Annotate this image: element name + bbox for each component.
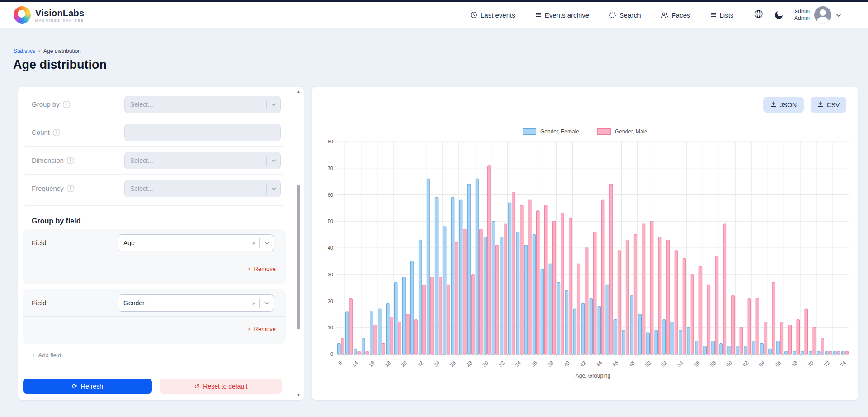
svg-text:26: 26 xyxy=(449,360,457,368)
svg-text:34: 34 xyxy=(514,360,522,368)
female-swatch xyxy=(523,128,536,135)
svg-text:Age, Grouping: Age, Grouping xyxy=(576,373,610,379)
avatar[interactable] xyxy=(814,6,831,24)
chevron-down-icon[interactable] xyxy=(267,103,280,106)
refresh-button[interactable]: ⟳ Refresh xyxy=(23,379,152,394)
nav-faces[interactable]: Faces xyxy=(661,11,690,19)
reset-to-default-button[interactable]: ↺ Reset to default xyxy=(160,379,282,394)
export-csv-button[interactable]: CSV xyxy=(811,97,846,113)
svg-text:56: 56 xyxy=(693,360,701,368)
nav-label: Events archive xyxy=(545,11,589,19)
svg-text:72: 72 xyxy=(823,360,830,368)
field-card-gender: Field Gender × × Remove xyxy=(23,289,286,344)
clear-icon[interactable]: × xyxy=(248,239,259,247)
svg-text:68: 68 xyxy=(790,360,798,368)
dark-mode-moon-icon[interactable] xyxy=(775,11,783,19)
svg-text:50: 50 xyxy=(328,218,333,224)
dimension-label: Dimension xyxy=(32,156,64,164)
legend-label: Gender, Male xyxy=(615,128,647,135)
dimension-select[interactable]: Select... xyxy=(124,152,281,169)
select-placeholder: Select... xyxy=(125,185,266,192)
language-globe-icon[interactable] xyxy=(754,9,763,20)
chevron-down-icon[interactable] xyxy=(836,11,841,19)
legend-item-male[interactable]: Gender, Male xyxy=(597,128,647,135)
nav-events-archive[interactable]: Events archive xyxy=(535,11,589,19)
panel-scrollbar[interactable]: ▲ ▼ xyxy=(297,90,301,398)
remove-x-icon: × xyxy=(248,326,251,332)
scrollbar-thumb[interactable] xyxy=(297,185,300,329)
nav-label: Last events xyxy=(481,11,515,19)
nav-label: Faces xyxy=(672,11,690,19)
svg-text:46: 46 xyxy=(612,360,619,368)
svg-text:54: 54 xyxy=(677,360,684,368)
svg-text:0: 0 xyxy=(330,351,333,357)
svg-text:52: 52 xyxy=(660,360,668,368)
breadcrumb-statistics[interactable]: Statistics xyxy=(14,48,35,54)
svg-text:40: 40 xyxy=(563,360,571,368)
page-title: Age distribution xyxy=(13,58,107,72)
user-menu[interactable]: admin Admin xyxy=(794,6,841,24)
chevron-down-icon[interactable] xyxy=(267,187,280,190)
count-row: Counti xyxy=(25,118,283,147)
remove-field-button[interactable]: × Remove xyxy=(248,265,276,272)
count-input[interactable] xyxy=(124,124,281,141)
count-label: Count xyxy=(32,128,50,136)
svg-text:24: 24 xyxy=(433,360,440,368)
refresh-icon: ⟳ xyxy=(72,383,77,390)
svg-text:60: 60 xyxy=(725,360,733,368)
svg-text:60: 60 xyxy=(328,192,333,198)
visionlabs-logo[interactable]: VisionLabs MACHINES CAN SEE xyxy=(14,6,84,24)
svg-text:48: 48 xyxy=(628,360,636,368)
clear-icon[interactable]: × xyxy=(248,299,259,307)
svg-text:70: 70 xyxy=(328,166,333,171)
export-json-button[interactable]: JSON xyxy=(763,97,804,113)
svg-text:20: 20 xyxy=(400,360,408,368)
svg-text:6: 6 xyxy=(337,360,343,366)
remove-field-button[interactable]: × Remove xyxy=(248,326,276,332)
svg-text:64: 64 xyxy=(758,360,765,368)
breadcrumb-current: Age distribution xyxy=(43,48,81,54)
svg-text:80: 80 xyxy=(328,139,333,144)
nav-lists[interactable]: Lists xyxy=(710,11,734,19)
nav-search[interactable]: Search xyxy=(609,11,641,19)
svg-text:74: 74 xyxy=(839,360,847,368)
svg-text:16: 16 xyxy=(368,360,375,368)
svg-text:38: 38 xyxy=(547,360,554,368)
chevron-down-icon[interactable] xyxy=(267,159,280,162)
group-by-select[interactable]: Select... xyxy=(124,96,281,113)
info-icon[interactable]: i xyxy=(53,129,60,136)
download-icon xyxy=(817,101,824,109)
age-distribution-chart: 0102030405060708061416182022242628303234… xyxy=(326,137,854,381)
nav-label: Search xyxy=(619,11,641,19)
field-label: Field xyxy=(32,239,47,246)
remove-label: Remove xyxy=(254,265,276,272)
scroll-down-arrow[interactable]: ▼ xyxy=(297,393,301,398)
info-icon[interactable]: i xyxy=(67,185,74,192)
field-select-gender[interactable]: Gender × xyxy=(118,294,274,312)
brand-tagline: MACHINES CAN SEE xyxy=(35,19,84,22)
info-icon[interactable]: i xyxy=(63,101,70,108)
group-by-label: Group by xyxy=(32,100,60,108)
main-nav: Last events Events archive Search Faces … xyxy=(470,2,733,28)
reset-label: Reset to default xyxy=(203,383,247,390)
chevron-down-icon[interactable] xyxy=(260,302,274,305)
scroll-up-arrow[interactable]: ▲ xyxy=(297,90,301,94)
user-role: Admin xyxy=(794,15,810,22)
info-icon[interactable]: i xyxy=(67,157,74,164)
group-by-field-heading: Group by field xyxy=(32,217,80,225)
field-card-age: Field Age × × Remove xyxy=(23,229,286,284)
dashed-circle-icon xyxy=(609,11,616,19)
svg-text:70: 70 xyxy=(807,360,814,368)
nav-last-events[interactable]: Last events xyxy=(470,11,515,19)
legend-item-female[interactable]: Gender, Female xyxy=(523,128,579,135)
export-json-label: JSON xyxy=(780,101,797,109)
clock-icon xyxy=(470,11,477,19)
svg-text:10: 10 xyxy=(328,325,333,330)
frequency-select[interactable]: Select... xyxy=(124,180,281,197)
add-field-button[interactable]: + Add field xyxy=(32,352,61,359)
legend-label: Gender, Female xyxy=(540,128,579,135)
field-select-age[interactable]: Age × xyxy=(118,234,274,251)
svg-text:30: 30 xyxy=(481,360,489,368)
chevron-down-icon[interactable] xyxy=(260,242,274,245)
select-placeholder: Select... xyxy=(125,101,266,108)
